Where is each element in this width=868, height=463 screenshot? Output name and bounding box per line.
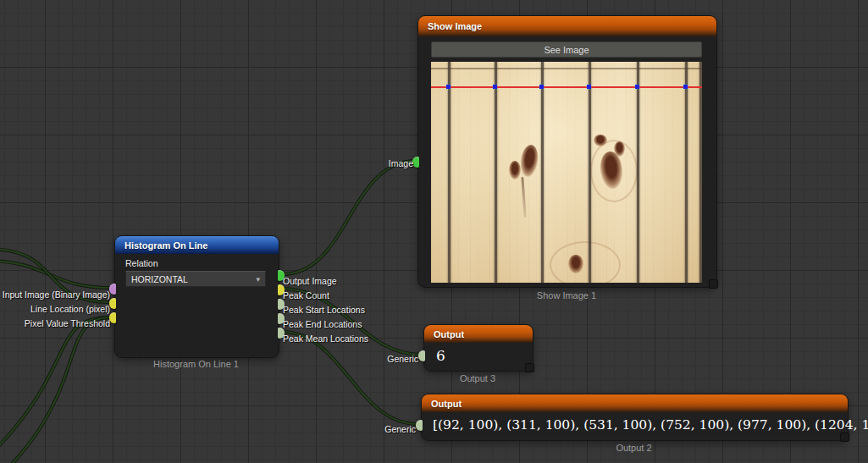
wood-knot-streak bbox=[521, 177, 526, 218]
chevron-down-icon: ▾ bbox=[256, 275, 260, 284]
output-count-value: 6 bbox=[436, 347, 445, 364]
node-histogram-on-line[interactable]: Histogram On Line Relation HORIZONTAL ▾ bbox=[114, 235, 279, 358]
node-caption-output2: Output 2 bbox=[421, 443, 847, 453]
port-input-image[interactable] bbox=[109, 284, 116, 295]
node-header: Output bbox=[424, 325, 533, 343]
node-caption-output3: Output 3 bbox=[423, 373, 532, 383]
wood-knot bbox=[518, 144, 539, 178]
peak-marker-dot bbox=[446, 85, 451, 89]
resize-handle[interactable] bbox=[709, 279, 718, 289]
peak-marker-dot bbox=[683, 85, 688, 89]
node-title: Output bbox=[434, 329, 464, 339]
wood-grain-ring bbox=[590, 140, 638, 202]
peak-marker-dot bbox=[493, 85, 497, 89]
plank-gap bbox=[541, 62, 544, 283]
wire-peak-mean-to-output2[interactable] bbox=[282, 332, 418, 424]
wire-peak-count-to-output3[interactable] bbox=[282, 289, 421, 355]
resize-handle[interactable] bbox=[840, 433, 849, 442]
node-title: Output bbox=[431, 399, 462, 409]
node-header: Show Image bbox=[418, 16, 716, 36]
port-image[interactable] bbox=[412, 157, 419, 168]
node-caption-histogram: Histogram On Line 1 bbox=[114, 359, 278, 369]
peak-marker-dot bbox=[587, 85, 591, 89]
node-output-count[interactable]: Output 6 bbox=[423, 324, 534, 372]
node-header: Histogram On Line bbox=[115, 236, 279, 254]
scan-line bbox=[431, 86, 702, 88]
wire-into-threshold-1[interactable] bbox=[0, 317, 110, 463]
plank-gap bbox=[699, 62, 702, 283]
wood-knot bbox=[509, 161, 521, 179]
peak-marker-dot bbox=[635, 85, 639, 89]
node-output-list[interactable]: Output [(92, 100), (311, 100), (531, 100… bbox=[421, 394, 849, 441]
relation-label: Relation bbox=[125, 258, 158, 268]
wire-output-image-to-show-image[interactable] bbox=[282, 161, 416, 274]
node-title: Histogram On Line bbox=[124, 240, 207, 251]
wire-into-input-image[interactable] bbox=[0, 261, 110, 288]
node-header: Output bbox=[422, 394, 848, 412]
node-show-image[interactable]: Show Image See Image bbox=[417, 15, 717, 288]
plank-gap bbox=[448, 62, 451, 283]
node-caption-show-image: Show Image 1 bbox=[417, 290, 716, 300]
output-list-value: [(92, 100), (311, 100), (531, 100), (752… bbox=[433, 417, 868, 433]
port-generic-count[interactable] bbox=[418, 350, 425, 361]
wire-into-threshold-2[interactable] bbox=[0, 317, 110, 463]
node-title: Show Image bbox=[428, 21, 482, 31]
relation-dropdown[interactable]: HORIZONTAL ▾ bbox=[125, 271, 266, 287]
node-editor-canvas[interactable]: Histogram On Line Relation HORIZONTAL ▾ … bbox=[0, 0, 868, 463]
plank-gap bbox=[685, 62, 688, 283]
peak-marker-dot bbox=[539, 85, 544, 89]
see-image-button[interactable]: See Image bbox=[431, 41, 702, 58]
port-line-location[interactable] bbox=[109, 298, 116, 309]
port-generic-list[interactable] bbox=[416, 420, 423, 431]
relation-value: HORIZONTAL bbox=[131, 274, 188, 284]
wood-image bbox=[431, 62, 702, 283]
port-pixel-threshold[interactable] bbox=[109, 312, 116, 323]
wood-grain-ring bbox=[550, 241, 621, 283]
plank-gap bbox=[495, 62, 497, 283]
plank-gap bbox=[637, 62, 639, 283]
resize-handle[interactable] bbox=[525, 363, 534, 372]
plank-gap bbox=[589, 62, 591, 283]
plank-top-edge bbox=[431, 68, 702, 69]
